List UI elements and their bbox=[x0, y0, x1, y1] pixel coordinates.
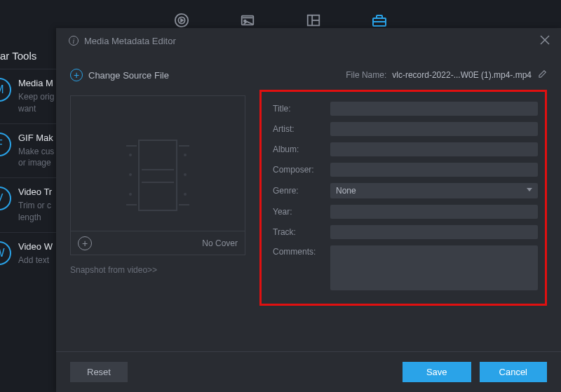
album-label: Album: bbox=[273, 144, 330, 154]
album-input[interactable] bbox=[330, 142, 538, 156]
svg-marker-2 bbox=[181, 19, 183, 22]
sidebar-item-title: GIF Mak bbox=[18, 133, 60, 143]
title-label: Title: bbox=[273, 104, 330, 114]
track-label: Track: bbox=[273, 227, 330, 237]
save-button[interactable]: Save bbox=[403, 362, 471, 382]
no-cover-label: No Cover bbox=[202, 238, 238, 248]
composer-label: Composer: bbox=[273, 165, 330, 175]
layout-icon[interactable] bbox=[305, 12, 322, 29]
genre-label: Genre: bbox=[273, 186, 330, 196]
sidebar-item-desc: Trim or c length bbox=[18, 200, 60, 224]
sidebar-item-desc: Keep orig want bbox=[18, 91, 60, 115]
change-source-button[interactable]: + Change Source File bbox=[70, 69, 169, 81]
cancel-button[interactable]: Cancel bbox=[480, 362, 547, 382]
sidebar-header: ar Tools bbox=[0, 39, 60, 69]
comments-input[interactable] bbox=[330, 245, 538, 290]
dialog-footer: Reset Save Cancel bbox=[56, 351, 561, 392]
picture-icon[interactable] bbox=[239, 12, 256, 29]
file-name-label: File Name: bbox=[346, 70, 386, 80]
track-input[interactable] bbox=[330, 225, 538, 239]
dialog-toolbar: + Change Source File File Name: vlc-reco… bbox=[56, 53, 561, 95]
dialog-header: i Media Metadata Editor bbox=[56, 28, 561, 53]
comments-label: Comments: bbox=[273, 245, 330, 257]
title-input[interactable] bbox=[330, 102, 538, 116]
svg-point-4 bbox=[244, 20, 246, 22]
artist-input[interactable] bbox=[330, 122, 538, 136]
file-name-value: vlc-record-2022-...W0E (1).mp4-.mp4 bbox=[392, 70, 532, 80]
plus-circle-icon: + bbox=[70, 69, 83, 81]
sidebar-item-title: Video Tr bbox=[18, 187, 60, 197]
year-input[interactable] bbox=[330, 205, 538, 219]
sidebar-item-video-watermark[interactable]: W Video W Add text bbox=[0, 232, 60, 275]
snapshot-link[interactable]: Snapshot from video>> bbox=[70, 265, 245, 275]
add-cover-button[interactable]: + bbox=[78, 236, 92, 250]
sidebar-item-gif-maker[interactable]: F GIF Mak Make cus or image bbox=[0, 123, 60, 178]
media-icon: M bbox=[0, 78, 11, 102]
video-trim-icon: V bbox=[0, 187, 11, 210]
metadata-form: Title: Artist: Album: Composer: Genre: N… bbox=[259, 90, 547, 306]
sidebar-item-video-trim[interactable]: V Video Tr Trim or c length bbox=[0, 177, 60, 232]
reset-button[interactable]: Reset bbox=[70, 362, 128, 382]
file-name: File Name: vlc-record-2022-...W0E (1).mp… bbox=[346, 69, 547, 81]
video-watermark-icon: W bbox=[0, 241, 11, 265]
composer-input[interactable] bbox=[330, 163, 538, 177]
info-icon: i bbox=[69, 36, 79, 46]
artist-label: Artist: bbox=[273, 124, 330, 134]
cover-section: + No Cover Snapshot from video>> bbox=[70, 95, 245, 306]
sidebar-item-media-metadata[interactable]: M Media M Keep orig want bbox=[0, 69, 60, 123]
sidebar-item-desc: Make cus or image bbox=[18, 146, 60, 170]
top-nav bbox=[0, 0, 561, 28]
genre-select[interactable]: None bbox=[330, 183, 538, 198]
sidebar: ar Tools M Media M Keep orig want F GIF … bbox=[0, 39, 60, 275]
toolbox-icon[interactable] bbox=[371, 12, 388, 29]
chevron-down-icon bbox=[527, 188, 532, 191]
gif-icon: F bbox=[0, 133, 11, 156]
film-placeholder-icon bbox=[126, 140, 189, 211]
metadata-editor-dialog: i Media Metadata Editor + Change Source … bbox=[56, 28, 561, 392]
cover-box: + No Cover bbox=[70, 95, 245, 255]
year-label: Year: bbox=[273, 207, 330, 217]
play-circle-icon[interactable] bbox=[173, 12, 190, 29]
dialog-content: + No Cover Snapshot from video>> Title: … bbox=[56, 95, 561, 306]
close-icon[interactable] bbox=[540, 35, 551, 46]
sidebar-item-title: Video W bbox=[18, 241, 53, 252]
cover-footer: + No Cover bbox=[71, 231, 245, 255]
sidebar-item-desc: Add text bbox=[18, 255, 53, 266]
dialog-title: Media Metadata Editor bbox=[84, 36, 176, 46]
change-source-label: Change Source File bbox=[88, 70, 169, 81]
sidebar-item-title: Media M bbox=[18, 78, 60, 88]
edit-icon[interactable] bbox=[537, 69, 547, 81]
